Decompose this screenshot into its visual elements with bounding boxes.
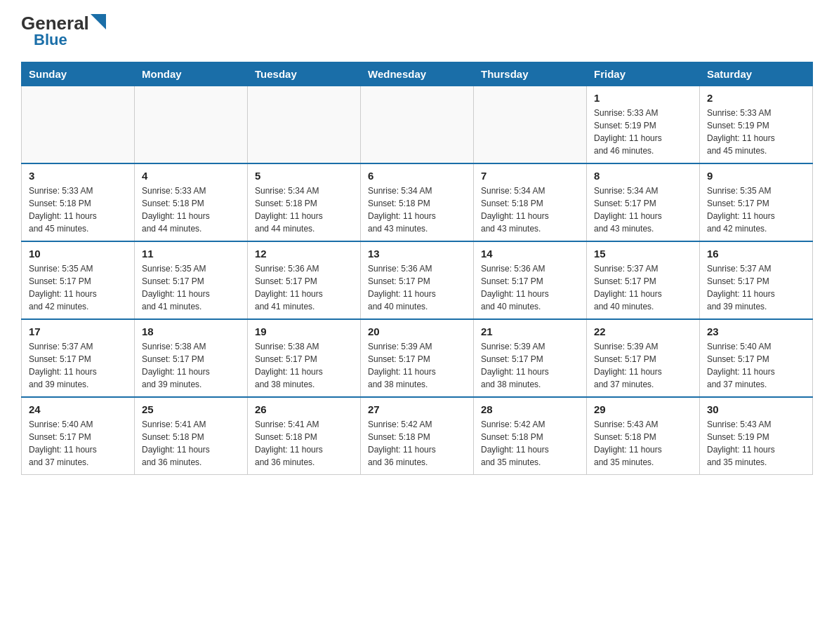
day-number: 21 xyxy=(481,326,579,337)
calendar-cell: 25Sunrise: 5:41 AMSunset: 5:18 PMDayligh… xyxy=(135,397,248,475)
calendar-cell: 29Sunrise: 5:43 AMSunset: 5:18 PMDayligh… xyxy=(587,397,700,475)
day-info: Sunrise: 5:43 AMSunset: 5:19 PMDaylight:… xyxy=(707,418,805,469)
day-number: 8 xyxy=(594,170,692,182)
page-header: General Blue xyxy=(21,14,813,48)
calendar-cell: 5Sunrise: 5:34 AMSunset: 5:18 PMDaylight… xyxy=(248,163,361,241)
calendar-cell: 22Sunrise: 5:39 AMSunset: 5:17 PMDayligh… xyxy=(587,319,700,397)
calendar-cell: 3Sunrise: 5:33 AMSunset: 5:18 PMDaylight… xyxy=(22,163,135,241)
day-info: Sunrise: 5:35 AMSunset: 5:17 PMDaylight:… xyxy=(142,262,240,313)
day-info: Sunrise: 5:34 AMSunset: 5:17 PMDaylight:… xyxy=(594,185,692,235)
day-info: Sunrise: 5:40 AMSunset: 5:17 PMDaylight:… xyxy=(707,340,805,391)
calendar-week-row: 17Sunrise: 5:37 AMSunset: 5:17 PMDayligh… xyxy=(22,319,813,397)
calendar-cell: 13Sunrise: 5:36 AMSunset: 5:17 PMDayligh… xyxy=(361,241,474,319)
day-info: Sunrise: 5:42 AMSunset: 5:18 PMDaylight:… xyxy=(481,418,579,469)
calendar-week-row: 24Sunrise: 5:40 AMSunset: 5:17 PMDayligh… xyxy=(22,397,813,475)
calendar-cell: 16Sunrise: 5:37 AMSunset: 5:17 PMDayligh… xyxy=(700,241,813,319)
calendar-cell xyxy=(22,86,135,164)
calendar-cell: 6Sunrise: 5:34 AMSunset: 5:18 PMDaylight… xyxy=(361,163,474,241)
day-info: Sunrise: 5:33 AMSunset: 5:18 PMDaylight:… xyxy=(142,185,240,235)
logo-blue-text: Blue xyxy=(34,32,67,48)
calendar-cell: 26Sunrise: 5:41 AMSunset: 5:18 PMDayligh… xyxy=(248,397,361,475)
day-info: Sunrise: 5:34 AMSunset: 5:18 PMDaylight:… xyxy=(368,185,466,235)
logo-triangle-icon xyxy=(91,14,106,29)
calendar-cell: 21Sunrise: 5:39 AMSunset: 5:17 PMDayligh… xyxy=(474,319,587,397)
day-number: 27 xyxy=(368,403,466,415)
calendar-cell: 28Sunrise: 5:42 AMSunset: 5:18 PMDayligh… xyxy=(474,397,587,475)
calendar-header-tuesday: Tuesday xyxy=(248,62,361,86)
day-info: Sunrise: 5:40 AMSunset: 5:17 PMDaylight:… xyxy=(29,418,127,469)
calendar-table: SundayMondayTuesdayWednesdayThursdayFrid… xyxy=(21,62,813,475)
calendar-header-row: SundayMondayTuesdayWednesdayThursdayFrid… xyxy=(22,62,813,86)
day-info: Sunrise: 5:38 AMSunset: 5:17 PMDaylight:… xyxy=(142,340,240,391)
calendar-cell: 18Sunrise: 5:38 AMSunset: 5:17 PMDayligh… xyxy=(135,319,248,397)
day-number: 13 xyxy=(368,248,466,260)
day-number: 28 xyxy=(481,403,579,415)
day-number: 29 xyxy=(594,403,692,415)
day-info: Sunrise: 5:36 AMSunset: 5:17 PMDaylight:… xyxy=(368,262,466,313)
day-info: Sunrise: 5:34 AMSunset: 5:18 PMDaylight:… xyxy=(255,185,353,235)
day-info: Sunrise: 5:39 AMSunset: 5:17 PMDaylight:… xyxy=(594,340,692,391)
calendar-cell: 9Sunrise: 5:35 AMSunset: 5:17 PMDaylight… xyxy=(700,163,813,241)
day-info: Sunrise: 5:39 AMSunset: 5:17 PMDaylight:… xyxy=(368,340,466,391)
calendar-header-monday: Monday xyxy=(135,62,248,86)
day-info: Sunrise: 5:41 AMSunset: 5:18 PMDaylight:… xyxy=(142,418,240,469)
calendar-cell: 8Sunrise: 5:34 AMSunset: 5:17 PMDaylight… xyxy=(587,163,700,241)
day-number: 9 xyxy=(707,170,805,182)
day-info: Sunrise: 5:35 AMSunset: 5:17 PMDaylight:… xyxy=(29,262,127,313)
day-number: 3 xyxy=(29,170,127,182)
day-number: 2 xyxy=(707,92,805,104)
day-number: 17 xyxy=(29,326,127,337)
calendar-header-sunday: Sunday xyxy=(22,62,135,86)
day-number: 1 xyxy=(594,92,692,104)
calendar-cell: 14Sunrise: 5:36 AMSunset: 5:17 PMDayligh… xyxy=(474,241,587,319)
calendar-cell: 19Sunrise: 5:38 AMSunset: 5:17 PMDayligh… xyxy=(248,319,361,397)
day-info: Sunrise: 5:35 AMSunset: 5:17 PMDaylight:… xyxy=(707,185,805,235)
day-info: Sunrise: 5:34 AMSunset: 5:18 PMDaylight:… xyxy=(481,185,579,235)
calendar-cell: 30Sunrise: 5:43 AMSunset: 5:19 PMDayligh… xyxy=(700,397,813,475)
calendar-cell: 12Sunrise: 5:36 AMSunset: 5:17 PMDayligh… xyxy=(248,241,361,319)
day-number: 5 xyxy=(255,170,353,182)
day-info: Sunrise: 5:33 AMSunset: 5:18 PMDaylight:… xyxy=(29,185,127,235)
calendar-cell: 7Sunrise: 5:34 AMSunset: 5:18 PMDaylight… xyxy=(474,163,587,241)
calendar-cell: 24Sunrise: 5:40 AMSunset: 5:17 PMDayligh… xyxy=(22,397,135,475)
calendar-cell xyxy=(135,86,248,164)
day-number: 16 xyxy=(707,248,805,260)
logo-general-text: General xyxy=(21,14,89,32)
day-info: Sunrise: 5:43 AMSunset: 5:18 PMDaylight:… xyxy=(594,418,692,469)
calendar-cell: 23Sunrise: 5:40 AMSunset: 5:17 PMDayligh… xyxy=(700,319,813,397)
day-info: Sunrise: 5:37 AMSunset: 5:17 PMDaylight:… xyxy=(29,340,127,391)
day-number: 22 xyxy=(594,326,692,337)
day-info: Sunrise: 5:33 AMSunset: 5:19 PMDaylight:… xyxy=(594,107,692,157)
calendar-cell xyxy=(474,86,587,164)
calendar-cell: 4Sunrise: 5:33 AMSunset: 5:18 PMDaylight… xyxy=(135,163,248,241)
calendar-cell: 10Sunrise: 5:35 AMSunset: 5:17 PMDayligh… xyxy=(22,241,135,319)
calendar-header-saturday: Saturday xyxy=(700,62,813,86)
day-number: 30 xyxy=(707,403,805,415)
calendar-cell: 17Sunrise: 5:37 AMSunset: 5:17 PMDayligh… xyxy=(22,319,135,397)
day-info: Sunrise: 5:36 AMSunset: 5:17 PMDaylight:… xyxy=(255,262,353,313)
day-number: 7 xyxy=(481,170,579,182)
day-info: Sunrise: 5:33 AMSunset: 5:19 PMDaylight:… xyxy=(707,107,805,157)
calendar-header-thursday: Thursday xyxy=(474,62,587,86)
calendar-header-friday: Friday xyxy=(587,62,700,86)
day-number: 14 xyxy=(481,248,579,260)
calendar-week-row: 1Sunrise: 5:33 AMSunset: 5:19 PMDaylight… xyxy=(22,86,813,164)
day-info: Sunrise: 5:42 AMSunset: 5:18 PMDaylight:… xyxy=(368,418,466,469)
calendar-cell xyxy=(248,86,361,164)
svg-marker-0 xyxy=(91,14,106,29)
calendar-cell xyxy=(361,86,474,164)
day-info: Sunrise: 5:36 AMSunset: 5:17 PMDaylight:… xyxy=(481,262,579,313)
calendar-cell: 2Sunrise: 5:33 AMSunset: 5:19 PMDaylight… xyxy=(700,86,813,164)
day-number: 18 xyxy=(142,326,240,337)
calendar-cell: 15Sunrise: 5:37 AMSunset: 5:17 PMDayligh… xyxy=(587,241,700,319)
day-info: Sunrise: 5:37 AMSunset: 5:17 PMDaylight:… xyxy=(707,262,805,313)
calendar-cell: 27Sunrise: 5:42 AMSunset: 5:18 PMDayligh… xyxy=(361,397,474,475)
day-number: 23 xyxy=(707,326,805,337)
day-info: Sunrise: 5:37 AMSunset: 5:17 PMDaylight:… xyxy=(594,262,692,313)
day-number: 10 xyxy=(29,248,127,260)
day-info: Sunrise: 5:41 AMSunset: 5:18 PMDaylight:… xyxy=(255,418,353,469)
day-number: 4 xyxy=(142,170,240,182)
logo: General Blue xyxy=(21,14,106,48)
calendar-cell: 11Sunrise: 5:35 AMSunset: 5:17 PMDayligh… xyxy=(135,241,248,319)
day-number: 20 xyxy=(368,326,466,337)
